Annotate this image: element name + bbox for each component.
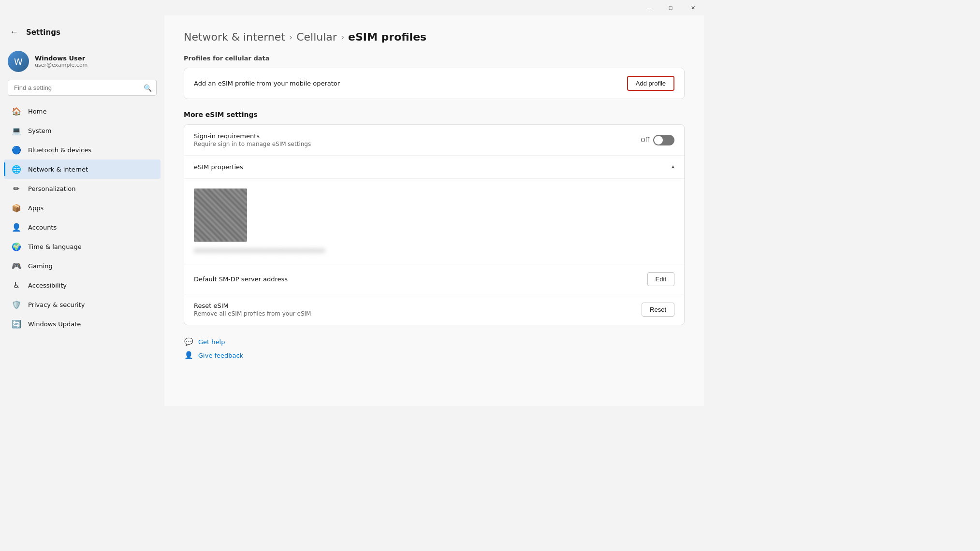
- user-email: user@example.com: [35, 62, 88, 68]
- sidebar-item-system[interactable]: 💻 System: [4, 121, 161, 140]
- nav-label-privacy: Privacy & security: [28, 301, 85, 308]
- nav-label-gaming: Gaming: [28, 262, 53, 270]
- nav-label-apps: Apps: [28, 204, 44, 212]
- chevron-up-icon: ▾: [672, 164, 674, 171]
- get-help-link[interactable]: 💬 Get help: [184, 337, 685, 347]
- sidebar-item-updates[interactable]: 🔄 Windows Update: [4, 314, 161, 334]
- help-section: 💬 Get help 👤 Give feedback: [184, 337, 685, 360]
- esim-properties-content: XXXXXXXXXXXXXXXXXXXXXXXXXXXXXXXXX: [184, 179, 684, 264]
- add-profile-row: Add an eSIM profile from your mobile ope…: [184, 68, 684, 99]
- more-settings-card: Sign-in requirements Require sign in to …: [184, 124, 685, 325]
- avatar: W: [8, 51, 29, 72]
- sign-in-toggle-label: Off: [641, 137, 649, 144]
- nav-list: 🏠 Home 💻 System 🔵 Bluetooth & devices 🌐 …: [0, 102, 164, 334]
- user-name: Windows User: [35, 55, 88, 62]
- nav-label-system: System: [28, 127, 51, 134]
- reset-esim-info: Reset eSIM Remove all eSIM profiles from…: [194, 302, 642, 317]
- sidebar-item-gaming[interactable]: 🎮 Gaming: [4, 256, 161, 276]
- nav-label-updates: Windows Update: [28, 320, 81, 328]
- minimize-button[interactable]: ─: [637, 0, 659, 15]
- nav-icon-gaming: 🎮: [12, 261, 21, 271]
- user-info: Windows User user@example.com: [35, 55, 88, 68]
- give-feedback-label: Give feedback: [198, 352, 243, 359]
- sidebar-item-home[interactable]: 🏠 Home: [4, 102, 161, 121]
- sidebar-item-privacy[interactable]: 🛡️ Privacy & security: [4, 295, 161, 314]
- profiles-section-title: Profiles for cellular data: [184, 55, 685, 62]
- nav-label-network: Network & internet: [28, 166, 88, 173]
- sign-in-toggle-container: Off: [641, 135, 674, 145]
- back-button[interactable]: ←: [8, 25, 20, 39]
- reset-esim-subtitle: Remove all eSIM profiles from your eSIM: [194, 310, 642, 317]
- content-area: ← Settings W Windows User user@example.c…: [0, 15, 704, 406]
- sign-in-info: Sign-in requirements Require sign in to …: [194, 132, 641, 147]
- nav-icon-personalization: ✏️: [12, 184, 21, 193]
- nav-icon-time: 🌍: [12, 242, 21, 251]
- window: ← Settings W Windows User user@example.c…: [0, 0, 704, 406]
- nav-icon-network: 🌐: [12, 164, 21, 174]
- smdp-edit-button[interactable]: Edit: [647, 272, 674, 286]
- search-icon: 🔍: [144, 84, 152, 92]
- nav-label-bluetooth: Bluetooth & devices: [28, 146, 91, 154]
- smdp-row: Default SM-DP server address Edit: [184, 264, 684, 294]
- nav-icon-bluetooth: 🔵: [12, 145, 21, 155]
- settings-title: Settings: [26, 28, 60, 37]
- esim-properties-title: eSIM properties: [194, 163, 243, 171]
- sidebar-item-bluetooth[interactable]: 🔵 Bluetooth & devices: [4, 140, 161, 160]
- breadcrumb-level1[interactable]: Network & internet: [184, 31, 285, 43]
- qr-code-image: [194, 188, 247, 242]
- nav-icon-apps: 📦: [12, 203, 21, 213]
- add-profile-button[interactable]: Add profile: [627, 76, 674, 91]
- sign-in-toggle[interactable]: [653, 135, 674, 145]
- nav-label-accounts: Accounts: [28, 224, 57, 231]
- main-content: Network & internet › Cellular › eSIM pro…: [164, 15, 704, 406]
- breadcrumb-sep2: ›: [341, 32, 344, 42]
- nav-icon-home: 🏠: [12, 106, 21, 116]
- smdp-title: Default SM-DP server address: [194, 276, 647, 283]
- sign-in-row: Sign-in requirements Require sign in to …: [184, 125, 684, 156]
- reset-esim-title: Reset eSIM: [194, 302, 642, 309]
- sidebar-item-network[interactable]: 🌐 Network & internet: [4, 160, 161, 179]
- breadcrumb-sep1: ›: [289, 32, 293, 42]
- titlebar: ─ □ ✕: [0, 0, 704, 15]
- nav-label-accessibility: Accessibility: [28, 282, 67, 289]
- smdp-info: Default SM-DP server address: [194, 276, 647, 283]
- nav-icon-privacy: 🛡️: [12, 300, 21, 309]
- nav-label-personalization: Personalization: [28, 185, 76, 192]
- sidebar-item-apps[interactable]: 📦 Apps: [4, 198, 161, 218]
- sidebar-item-accounts[interactable]: 👤 Accounts: [4, 218, 161, 237]
- get-help-icon: 💬: [184, 337, 193, 347]
- breadcrumb: Network & internet › Cellular › eSIM pro…: [184, 31, 685, 43]
- nav-icon-accounts: 👤: [12, 222, 21, 232]
- sidebar: ← Settings W Windows User user@example.c…: [0, 15, 164, 406]
- get-help-label: Get help: [198, 338, 225, 346]
- sidebar-item-time[interactable]: 🌍 Time & language: [4, 237, 161, 256]
- nav-icon-accessibility: ♿: [12, 280, 21, 290]
- give-feedback-link[interactable]: 👤 Give feedback: [184, 350, 685, 360]
- search-box: 🔍: [8, 80, 157, 96]
- sidebar-header: ← Settings: [0, 21, 164, 47]
- search-input[interactable]: [8, 80, 157, 96]
- sidebar-item-accessibility[interactable]: ♿ Accessibility: [4, 276, 161, 295]
- profiles-card: Add an eSIM profile from your mobile ope…: [184, 68, 685, 99]
- esim-blurred-text: XXXXXXXXXXXXXXXXXXXXXXXXXXXXXXXXX: [194, 247, 325, 254]
- maximize-button[interactable]: □: [659, 0, 682, 15]
- breadcrumb-level3: eSIM profiles: [348, 31, 426, 43]
- reset-esim-button[interactable]: Reset: [642, 303, 674, 317]
- more-settings-header: More eSIM settings: [184, 101, 685, 124]
- nav-icon-updates: 🔄: [12, 319, 21, 329]
- sign-in-title: Sign-in requirements: [194, 132, 641, 140]
- reset-esim-row: Reset eSIM Remove all eSIM profiles from…: [184, 294, 684, 325]
- give-feedback-icon: 👤: [184, 350, 193, 360]
- nav-label-home: Home: [28, 108, 46, 115]
- add-profile-text: Add an eSIM profile from your mobile ope…: [194, 80, 627, 87]
- esim-properties-header[interactable]: eSIM properties ▾: [184, 156, 684, 179]
- sidebar-item-personalization[interactable]: ✏️ Personalization: [4, 179, 161, 198]
- nav-icon-system: 💻: [12, 126, 21, 135]
- breadcrumb-level2[interactable]: Cellular: [296, 31, 337, 43]
- user-section: W Windows User user@example.com: [0, 47, 164, 80]
- sign-in-subtitle: Require sign in to manage eSIM settings: [194, 141, 641, 147]
- close-button[interactable]: ✕: [682, 0, 704, 15]
- nav-label-time: Time & language: [28, 243, 82, 250]
